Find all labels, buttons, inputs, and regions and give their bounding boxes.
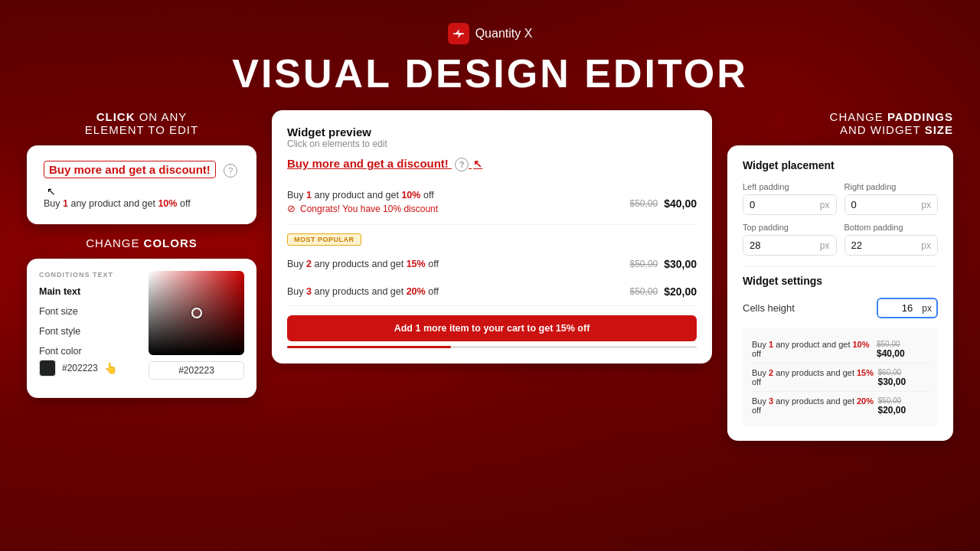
right-column: CHANGE PADDINGSAND WIDGET SIZE Widget pl… [727, 110, 953, 441]
widget-header: Widget preview Click on elements to edit [287, 126, 697, 149]
mini-sale-3: $20,00 [878, 405, 906, 416]
right-section-label: CHANGE PADDINGSAND WIDGET SIZE [727, 110, 953, 136]
mini-prices-3: $50,00 $20,00 [878, 396, 929, 416]
top-padding-input[interactable] [743, 236, 814, 255]
left-padding-input[interactable] [743, 195, 814, 214]
check-circle-icon: ⊘ [287, 203, 296, 214]
bottom-padding-px: px [915, 236, 937, 255]
right-padding-label: Right padding [844, 182, 939, 191]
mini-offer-text-1: Buy 1 any product and get 10% off [752, 340, 877, 358]
padding-grid: Left padding px Right padding px [743, 182, 938, 256]
left-padding-label: Left padding [743, 182, 837, 191]
congrats-text: Congrats! You have 10% discount [300, 204, 438, 214]
left-padding-field: Left padding px [743, 182, 837, 215]
widget-card: Widget preview Click on elements to edit… [272, 110, 712, 364]
left-padding-input-row: px [743, 194, 837, 215]
font-color-label: Font color #202223 👆 [39, 346, 141, 377]
right-padding-field: Right padding px [844, 182, 939, 215]
bottom-padding-label: Bottom padding [844, 223, 939, 232]
conditions-text-header: CONDITIONS TEXT [39, 271, 141, 279]
color-gradient[interactable] [149, 271, 244, 355]
offer-prices-1: $50,00 $40,00 [629, 197, 697, 210]
settings-divider [743, 266, 938, 267]
center-column: Widget preview Click on elements to edit… [272, 110, 712, 364]
columns-container: CLICK ON ANYELEMENT TO EDIT Buy more and… [27, 110, 953, 441]
top-padding-field: Top padding px [743, 223, 837, 256]
congrats-row: ⊘ Congrats! You have 10% discount [287, 203, 438, 214]
left-column: CLICK ON ANYELEMENT TO EDIT Buy more and… [27, 110, 256, 398]
font-style-label[interactable]: Font style [39, 326, 141, 337]
offer-section-2: MOST POPULAR Buy 2 any products and get … [287, 225, 697, 278]
mini-sale-2: $30,00 [878, 377, 906, 387]
sale-price-1: $40,00 [664, 197, 697, 210]
right-padding-input[interactable] [845, 195, 916, 214]
top-padding-label: Top padding [743, 223, 837, 232]
mini-orig-1: $50,00 [877, 340, 900, 348]
top-padding-input-row: px [743, 235, 837, 256]
main-text-label[interactable]: Main text [39, 286, 141, 297]
color-picker-dot[interactable] [191, 308, 202, 318]
help-icon-left[interactable]: ? [224, 164, 237, 178]
logo-row: Quantity X [448, 23, 533, 44]
mini-orig-2: $60,00 [878, 368, 902, 377]
mini-sale-1: $40,00 [877, 348, 905, 359]
logo-text: Quantity X [475, 27, 533, 41]
cells-height-px: px [917, 300, 936, 317]
click-label: CLICK ON ANYELEMENT TO EDIT [27, 110, 256, 136]
mini-offer-text-3: Buy 3 any products and get 20% off [752, 396, 878, 415]
color-swatch[interactable] [39, 360, 56, 377]
widget-discount-heading[interactable]: Buy more and get a discount! ? ↖ [287, 157, 697, 171]
offer-text-1: Buy 1 any product and get 10% off ⊘ Cong… [287, 190, 438, 217]
widget-placement-card: Widget placement Left padding px Right p… [727, 145, 953, 441]
bottom-padding-input-row: px [844, 235, 939, 256]
cursor-icon: ↖ [47, 185, 56, 197]
main-title: VISUAL DESIGN EDITOR [232, 51, 748, 96]
font-color-row: #202223 👆 [39, 360, 141, 377]
mini-prices-1: $50,00 $40,00 [877, 339, 929, 359]
discount-title-left[interactable]: Buy more and get a discount! [44, 161, 216, 178]
widget-help-icon2: ? [455, 158, 469, 171]
offer-row-1[interactable]: Buy 1 any product and get 10% off ⊘ Cong… [287, 182, 697, 225]
mini-orig-3: $50,00 [878, 396, 902, 405]
most-popular-wrapper: MOST POPULAR [287, 225, 697, 250]
header: Quantity X VISUAL DESIGN EDITOR [27, 23, 953, 96]
progress-bar [287, 346, 697, 348]
element-edit-card: Buy more and get a discount! ? ↖ Buy 1 a… [27, 145, 256, 224]
original-price-3: $50,00 [629, 286, 658, 297]
cells-height-input[interactable] [878, 299, 917, 317]
widget-title: Widget preview [287, 126, 697, 139]
mini-widget: Buy 1 any product and get 10% off $50,00… [743, 328, 938, 427]
original-price-2: $50,00 [629, 259, 658, 269]
hex-value-swatch: #202223 [62, 363, 98, 373]
most-popular-badge: MOST POPULAR [287, 233, 361, 246]
offer-row-3[interactable]: Buy 3 any products and get 20% off $50,0… [287, 278, 697, 306]
mini-offer-row-3: Buy 3 any products and get 20% off $50,0… [752, 392, 929, 419]
original-price-1: $50,00 [629, 198, 658, 209]
mini-prices-2: $60,00 $30,00 [878, 367, 929, 387]
offer-row-2[interactable]: Buy 2 any products and get 15% off $50,0… [287, 250, 697, 278]
right-padding-px: px [915, 196, 937, 214]
widget-settings-title: Widget settings [743, 275, 938, 287]
widget-subtitle: Click on elements to edit [287, 139, 697, 149]
cells-height-label: Cells height [743, 302, 795, 314]
bottom-padding-field: Bottom padding px [844, 223, 939, 256]
color-editor-card: CONDITIONS TEXT Main text Font size Font… [27, 259, 256, 398]
progress-bar-fill [287, 346, 451, 348]
color-editor-inner: CONDITIONS TEXT Main text Font size Font… [39, 271, 244, 386]
offer-prices-2: $50,00 $30,00 [629, 258, 697, 270]
background: Quantity X VISUAL DESIGN EDITOR CLICK ON… [0, 0, 980, 551]
cells-height-row: Cells height px [743, 298, 938, 318]
bottom-padding-input[interactable] [845, 236, 916, 255]
cells-height-input-row: px [877, 298, 938, 318]
color-picker-box [149, 271, 244, 386]
add-to-cart-bar[interactable]: Add 1 more item to your cart to get 15% … [287, 315, 697, 341]
widget-placement-title: Widget placement [743, 159, 938, 171]
hex-input[interactable] [149, 361, 244, 380]
mini-offer-text-2: Buy 2 any products and get 15% off [752, 368, 878, 386]
sale-price-2: $30,00 [664, 258, 697, 270]
font-size-label[interactable]: Font size [39, 306, 141, 317]
change-colors-label: CHANGE COLORS [27, 236, 256, 249]
offer-prices-3: $50,00 $20,00 [629, 285, 697, 298]
right-padding-input-row: px [844, 194, 939, 215]
offer-text-3: Buy 3 any products and get 20% off [287, 286, 439, 297]
